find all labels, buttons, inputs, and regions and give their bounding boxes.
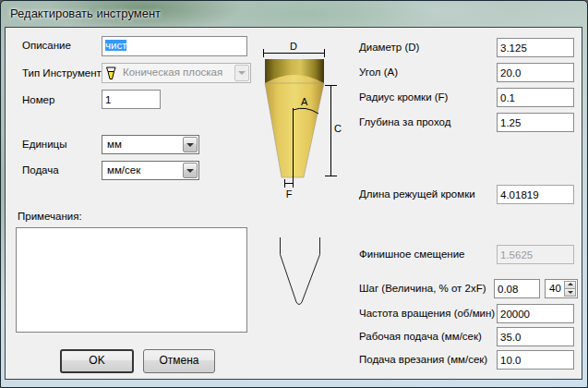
feed-units-value: мм/сек	[107, 164, 140, 176]
tool-type-label: Тип Инструмента	[22, 67, 107, 79]
units-dropdown[interactable]: мм	[102, 135, 199, 154]
tool-type-value: Коническая плоская	[123, 67, 222, 78]
description-input[interactable]: чист	[102, 36, 247, 56]
cutting-edge-length-value	[497, 185, 574, 204]
angle-input-label: Угол (A)	[359, 67, 398, 78]
diameter-input[interactable]	[497, 38, 574, 57]
spin-down-button[interactable]	[564, 289, 576, 297]
depth-per-pass-input[interactable]	[497, 113, 574, 132]
units-dropdown-arrow[interactable]	[183, 137, 198, 152]
depth-per-pass-label: Глубина за проход	[359, 116, 450, 127]
ok-button[interactable]: OK	[60, 349, 134, 373]
description-label: Описание	[22, 40, 71, 51]
finish-offset-value	[497, 245, 574, 264]
title-bar[interactable]: Редактировать инструмент	[1, 1, 587, 27]
tool-diagram: D A C F	[248, 31, 352, 320]
tool-cone	[265, 83, 324, 177]
edge-radius-label: Радиус кромки (F)	[359, 91, 448, 103]
angle-input[interactable]	[497, 63, 574, 82]
units-label: Единицы	[22, 139, 66, 150]
cancel-button[interactable]: Отмена	[143, 349, 215, 373]
dialog-client-area: Описание чист Тип Инструмента Коническая…	[5, 27, 582, 380]
spindle-speed-input[interactable]	[497, 304, 574, 323]
spin-up-button[interactable]	[564, 281, 576, 289]
stepover-percent-value: 40	[549, 283, 561, 294]
diameter-label: Диаметр (D)	[359, 42, 419, 53]
conical-tool-icon	[105, 67, 117, 84]
stepover-value-input[interactable]	[494, 279, 540, 298]
number-input[interactable]	[102, 90, 161, 109]
edge-radius-input[interactable]	[497, 88, 574, 107]
plunge-feed-input[interactable]	[497, 350, 574, 370]
notes-label: Примечания:	[18, 211, 82, 222]
f-dimension-label: F	[286, 188, 293, 200]
cut-profile-outline	[281, 237, 320, 305]
units-value: мм	[107, 139, 122, 150]
feed-units-label: Подача	[22, 164, 59, 176]
edit-tool-dialog: Редактировать инструмент Описание чист Т…	[0, 0, 588, 388]
feed-units-dropdown[interactable]: мм/сек	[102, 161, 199, 180]
stepover-percent-spinner[interactable]: 40	[545, 279, 578, 298]
window-title: Редактировать инструмент	[10, 1, 161, 26]
number-label: Номер	[22, 94, 54, 105]
stepover-label: Шаг (Величина, % от 2xF)	[359, 283, 486, 294]
feed-units-dropdown-arrow[interactable]	[183, 163, 198, 178]
selected-text: чист	[105, 40, 126, 51]
cutting-edge-length-label: Длина режущей кромки	[359, 188, 475, 200]
work-feed-label: Рабочая подача (мм/сек)	[359, 331, 482, 342]
work-feed-input[interactable]	[497, 327, 574, 346]
angle-label: A	[301, 96, 308, 107]
notes-textarea[interactable]	[16, 227, 247, 333]
tool-type-dropdown-arrow	[234, 65, 249, 81]
plunge-feed-label: Подача врезания (мм/сек)	[359, 354, 487, 365]
finish-offset-label: Финишное смещение	[359, 249, 464, 260]
c-dimension-label: C	[334, 123, 342, 134]
d-dimension-label: D	[290, 41, 297, 52]
spindle-speed-label: Частота вращения (об/мин)	[359, 308, 495, 319]
tool-type-dropdown[interactable]: Коническая плоская	[102, 63, 251, 83]
